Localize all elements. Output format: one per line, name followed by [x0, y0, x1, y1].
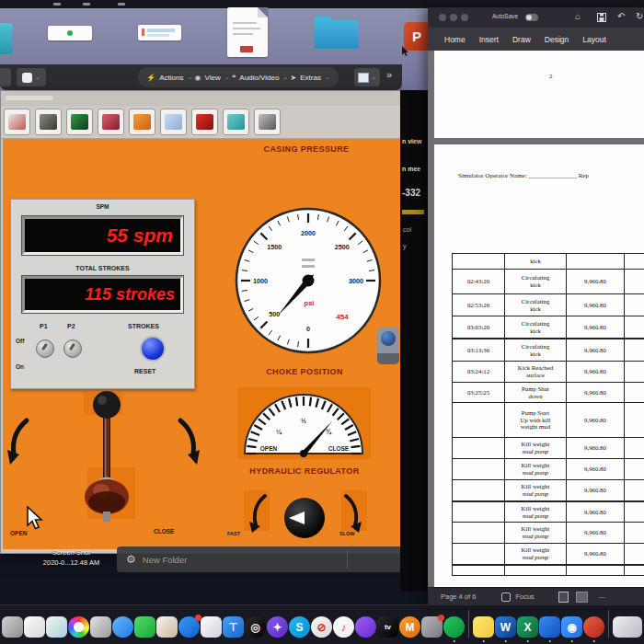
autosave-toggle[interactable] [525, 14, 538, 21]
toolbar-edge-nub[interactable] [0, 68, 11, 86]
dock-icon-black-app[interactable]: ◎ [245, 616, 266, 638]
tab-design[interactable]: Design [545, 35, 569, 44]
toolbar-menu-actions[interactable]: ⚡Actions⌄ [146, 74, 192, 82]
dock-icon-tv[interactable]: tv [377, 616, 398, 638]
regulator-ccw-arrow-icon[interactable] [246, 492, 269, 534]
cell-time [453, 459, 505, 479]
dock-icon-keynote[interactable]: ⊤ [223, 616, 244, 638]
lever-open-arrow-icon[interactable] [5, 415, 32, 470]
sim-toolbar-tool-2[interactable] [35, 109, 62, 135]
dock-icon-photos[interactable] [68, 616, 89, 638]
dock-icon-messages[interactable] [112, 616, 133, 638]
dock-icon-zoom[interactable]: ◉ [561, 616, 582, 638]
dock-icon-photo-booth[interactable] [421, 616, 443, 638]
dock-icon-teamviewer[interactable] [539, 616, 560, 638]
cell-depth [567, 254, 625, 269]
desktop-folder-icon[interactable] [315, 20, 359, 49]
dock-icon-webex[interactable] [443, 616, 465, 638]
dock-icon-maps[interactable] [46, 616, 67, 638]
spm-label: SPM [96, 203, 109, 210]
tab-draw[interactable]: Draw [512, 35, 531, 44]
cell-depth: 9,960.80 [567, 459, 625, 479]
dock-icon-stocks[interactable] [201, 616, 222, 638]
tab-home[interactable]: Home [444, 35, 466, 44]
background-window-strip: n view n mee -332 col y [400, 90, 428, 592]
dock-icon-gallery[interactable] [156, 616, 178, 638]
chevron-down-icon: ⌄ [372, 74, 377, 81]
table-row: Kill weightmud pump9,960.80 [453, 522, 644, 543]
dock-icon-podcasts[interactable] [355, 616, 376, 638]
hydraulic-regulator-knob[interactable] [284, 498, 325, 538]
page-fold [258, 7, 268, 17]
dock-icon-word[interactable]: W [495, 616, 516, 638]
dock-icon-red-app[interactable] [583, 616, 604, 638]
dock-icon-textedit[interactable] [24, 616, 45, 638]
save-icon[interactable] [597, 13, 606, 22]
tab-layout[interactable]: Layout [582, 35, 606, 44]
sim-toolbar-tool-1[interactable] [4, 109, 30, 135]
dock-icon-skype[interactable]: S [289, 616, 310, 638]
strokes-reset-button[interactable] [140, 336, 166, 362]
sim-toolbar-tool-7[interactable] [191, 109, 218, 135]
pump2-switch-knob[interactable] [63, 339, 82, 358]
redo-icon[interactable]: ↻ [636, 11, 643, 21]
sim-toolbar-tool-5[interactable] [129, 109, 155, 135]
pump1-switch-knob[interactable] [36, 339, 54, 358]
focus-icon [501, 592, 511, 602]
close-window-button[interactable] [439, 14, 446, 21]
dock-icon-app-store[interactable] [178, 616, 200, 638]
screenshot-file-label[interactable]: Screen Shot 2020-0...12.48 AM [28, 547, 115, 569]
dock-icon-screen-share[interactable] [613, 616, 642, 638]
minimize-window-button[interactable] [450, 14, 457, 21]
desktop-screenshot-thumb-2[interactable] [138, 25, 181, 40]
undo-icon[interactable]: ↶ [617, 11, 625, 21]
titlebar-text-ghost [6, 96, 53, 100]
dock-icon-blocked-app[interactable]: ⊘ [311, 616, 332, 638]
word-document-area[interactable]: 2 Simulator Operator Name: _____________… [428, 51, 644, 587]
toolbar-more-button[interactable]: » [386, 69, 392, 80]
dock-icon-preview[interactable] [90, 616, 111, 638]
choke-lever[interactable] [56, 389, 159, 527]
dock-icon-stickies[interactable] [473, 616, 494, 638]
knob-pointer [289, 512, 305, 524]
view-mode-icon-1[interactable] [558, 592, 569, 603]
cursor-icon: ➤ [291, 74, 297, 82]
toolbar-menu-audio-video[interactable]: ❝Audio/Video⌄ [232, 74, 288, 82]
focus-button[interactable]: Focus [515, 592, 534, 601]
table-row: Kill weightmud pump9,960.80 [453, 437, 644, 458]
sim-toolbar-tool-3[interactable] [66, 109, 93, 135]
cell-event: Circulatingkick [505, 316, 567, 338]
desktop-screenshot-thumb-1[interactable] [48, 26, 92, 40]
view-mode-icon-2[interactable] [576, 592, 588, 603]
regulator-cw-arrow-icon[interactable] [342, 492, 365, 534]
zoom-slider-handle[interactable]: — [599, 592, 606, 601]
zoom-window-button[interactable] [461, 14, 468, 21]
dock-icon-music[interactable]: ♪ [333, 616, 354, 638]
word-titlebar[interactable]: AutoSave ⌂ ↶ ↻ [428, 7, 644, 28]
simulator-titlebar[interactable] [1, 91, 401, 107]
chat-grip-tab[interactable] [377, 328, 399, 364]
sim-toolbar-tool-4[interactable] [98, 109, 124, 135]
cell-event: Circulatingkick [505, 270, 567, 293]
dock-icon-orange-app[interactable]: M [399, 616, 420, 638]
dock-icon-app-gray[interactable] [2, 616, 23, 638]
sim-toolbar-tool-8[interactable] [223, 109, 249, 135]
dock-icon-siri-star[interactable]: ✦ [267, 616, 288, 638]
cell-time [453, 403, 505, 437]
sim-toolbar-tool-6[interactable] [160, 109, 187, 135]
session-icon-button[interactable]: ⌄ [17, 68, 46, 86]
tab-insert[interactable]: Insert [479, 35, 499, 44]
new-folder-bar[interactable]: ⚙ New Folder [117, 546, 428, 572]
dock-icon-facetime[interactable] [134, 616, 155, 638]
sim-toolbar-tool-9[interactable] [254, 109, 281, 135]
home-icon[interactable]: ⌂ [575, 11, 581, 21]
toolbar-menu-view[interactable]: ◉View⌄ [195, 74, 230, 82]
lever-close-arrow-icon[interactable] [172, 415, 204, 470]
window-picker-button[interactable]: ⌄ [354, 68, 380, 86]
menu-label: Extras [300, 74, 321, 82]
toolbar-menu-extras[interactable]: ➤Extras⌄ [291, 74, 330, 82]
dock-icon-excel[interactable]: X [517, 616, 538, 638]
spm-value: 55 spm [25, 219, 180, 252]
desktop-file-teal[interactable] [0, 23, 13, 54]
desktop-document-icon[interactable] [227, 7, 268, 57]
